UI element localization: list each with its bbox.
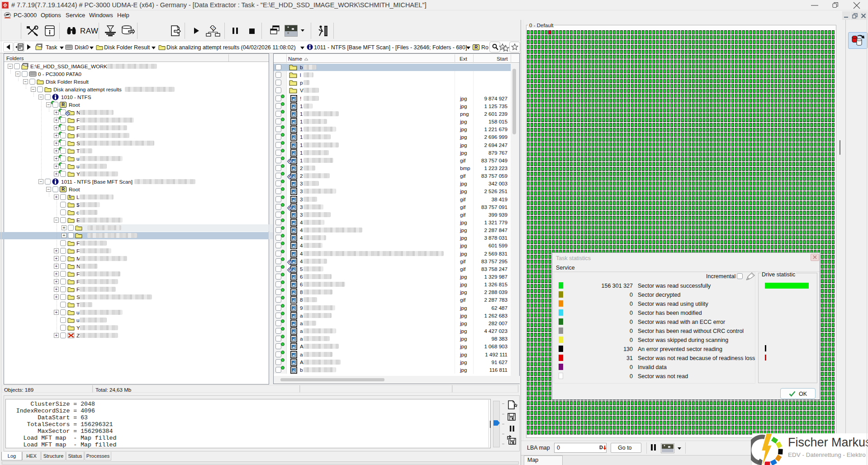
svg-text:R: R [289, 206, 291, 209]
svg-text:R: R [289, 261, 291, 264]
svg-text:R: R [289, 175, 291, 178]
svg-text:?: ? [212, 27, 214, 30]
svg-text:R: R [289, 268, 291, 271]
svg-text:R: R [66, 112, 69, 115]
svg-text:R: R [289, 160, 291, 163]
